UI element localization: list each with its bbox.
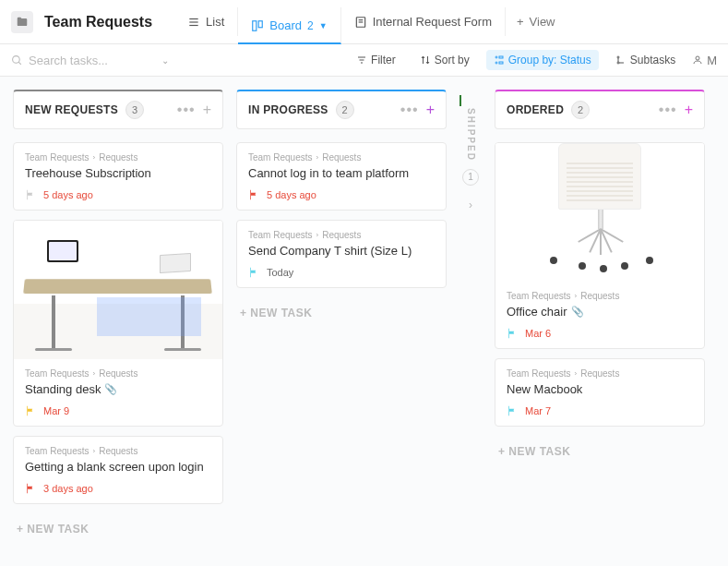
breadcrumb-part: Requests <box>99 446 137 456</box>
breadcrumb-part: Team Requests <box>25 368 89 379</box>
filter-button[interactable]: Filter <box>349 50 403 70</box>
user-menu[interactable]: M <box>692 54 717 67</box>
search-dropdown-icon[interactable]: ⌄ <box>161 55 169 66</box>
breadcrumb-part: Requests <box>322 152 361 163</box>
breadcrumb-part: Requests <box>580 368 619 379</box>
flag-icon[interactable] <box>507 328 518 339</box>
task-card[interactable]: Team Requests › Requests Getting a blank… <box>13 436 223 504</box>
user-label: M <box>707 54 717 67</box>
card-title: Getting a blank screen upon login <box>25 460 211 474</box>
card-title: Send Company T shirt (Size L) <box>248 244 435 258</box>
search-wrap: ⌄ <box>11 54 186 67</box>
column-header: NEW REQUESTS 3 ••• + <box>13 90 223 129</box>
cards-list: Team Requests › Requests Treehouse Subsc… <box>13 142 223 545</box>
group-icon <box>494 54 505 66</box>
flag-icon[interactable] <box>248 267 259 278</box>
breadcrumb-part: Requests <box>99 152 137 163</box>
tab-form[interactable]: Internal Request Form <box>341 7 506 36</box>
filter-label: Filter <box>371 54 396 66</box>
breadcrumb-part: Team Requests <box>248 152 312 163</box>
flag-icon[interactable] <box>25 483 36 494</box>
tab-board[interactable]: Board 2 ▼ <box>238 7 340 44</box>
breadcrumb-part: Requests <box>580 291 619 301</box>
column-add-icon[interactable]: + <box>426 102 435 118</box>
svg-point-17 <box>617 56 619 58</box>
column-header: IN PROGRESS 2 ••• + <box>236 90 447 129</box>
attachment-icon: 📎 <box>104 383 117 395</box>
breadcrumb: Team Requests › Requests <box>25 446 211 456</box>
group-by-button[interactable]: Group by: Status <box>486 50 599 70</box>
flag-icon[interactable] <box>25 405 36 416</box>
chevron-down-icon: ▼ <box>319 21 328 30</box>
svg-point-8 <box>13 55 20 63</box>
card-date: 5 days ago <box>267 189 316 200</box>
tab-list[interactable]: List <box>174 7 238 36</box>
task-card[interactable]: Team Requests › Requests New Macbook Mar… <box>495 358 705 427</box>
svg-rect-4 <box>258 20 262 27</box>
column-add-icon[interactable]: + <box>685 102 693 118</box>
add-view-label: View <box>530 15 555 29</box>
chevron-right-icon: › <box>92 369 95 378</box>
user-icon <box>692 54 703 66</box>
search-icon <box>11 54 23 66</box>
new-task-button[interactable]: + NEW TASK <box>495 436 705 467</box>
column-count: 3 <box>125 101 144 119</box>
svg-rect-3 <box>253 20 257 30</box>
card-title-text: Office chair <box>507 305 567 319</box>
svg-point-14 <box>495 62 497 64</box>
task-card[interactable]: Team Requests › Requests Cannot log in t… <box>236 142 447 211</box>
subtasks-button[interactable]: Subtasks <box>608 50 683 70</box>
breadcrumb-part: Requests <box>99 368 137 379</box>
flag-icon[interactable] <box>248 189 259 200</box>
add-view-button[interactable]: + View <box>506 7 567 36</box>
expand-icon[interactable]: › <box>469 199 472 211</box>
filter-icon <box>356 54 367 66</box>
column-count: 2 <box>336 101 354 119</box>
column-ordered: ORDERED 2 ••• + <box>495 90 705 556</box>
column-title: NEW REQUESTS <box>25 103 118 116</box>
board: NEW REQUESTS 3 ••• + Team Requests › Req… <box>0 77 728 566</box>
breadcrumb: Team Requests › Requests <box>248 230 435 240</box>
sort-button[interactable]: Sort by <box>412 50 477 70</box>
search-input[interactable] <box>29 54 149 67</box>
chevron-right-icon: › <box>92 153 95 162</box>
card-title: Treehouse Subscription <box>25 166 211 180</box>
standing-desk-image <box>14 221 222 359</box>
sort-icon <box>420 54 431 66</box>
card-date: Today <box>267 267 293 278</box>
column-add-icon[interactable]: + <box>203 102 211 118</box>
svg-rect-16 <box>499 62 503 64</box>
card-date: Mar 9 <box>43 405 69 416</box>
task-card[interactable]: Team Requests › Requests Treehouse Subsc… <box>13 142 223 211</box>
column-more-icon[interactable]: ••• <box>177 102 196 118</box>
card-title-text: Standing desk <box>25 382 101 396</box>
new-task-button[interactable]: + NEW TASK <box>13 513 223 545</box>
chevron-right-icon: › <box>316 231 318 239</box>
column-more-icon[interactable]: ••• <box>400 102 419 118</box>
tab-count: 2 <box>307 19 314 32</box>
svg-point-19 <box>696 56 699 60</box>
card-image <box>495 143 704 282</box>
chevron-right-icon: › <box>574 292 577 300</box>
breadcrumb: Team Requests › Requests <box>25 152 211 163</box>
task-card[interactable]: Team Requests › Requests Send Company T … <box>236 220 447 288</box>
task-card[interactable]: Team Requests › Requests Standing desk 📎… <box>13 220 223 427</box>
column-shipped-collapsed[interactable]: SHIPPED 1 › <box>459 90 482 556</box>
column-more-icon[interactable]: ••• <box>659 102 677 118</box>
flag-icon[interactable] <box>25 189 36 200</box>
task-card[interactable]: Team Requests › Requests Office chair 📎 … <box>495 142 705 349</box>
card-date: 5 days ago <box>43 189 93 200</box>
breadcrumb: Team Requests › Requests <box>248 152 435 163</box>
subtasks-label: Subtasks <box>630 54 675 66</box>
flag-icon[interactable] <box>507 405 518 416</box>
new-task-button[interactable]: + NEW TASK <box>236 297 447 329</box>
chevron-right-icon: › <box>574 369 577 378</box>
tab-label: Internal Request Form <box>373 15 492 29</box>
sort-label: Sort by <box>435 54 470 66</box>
column-title: ORDERED <box>507 103 564 116</box>
office-chair-image <box>495 143 704 282</box>
card-title: Cannot log in to team platform <box>248 166 435 180</box>
column-title: SHIPPED <box>466 108 476 162</box>
breadcrumb-part: Requests <box>322 230 361 240</box>
breadcrumb: Team Requests › Requests <box>507 368 693 379</box>
